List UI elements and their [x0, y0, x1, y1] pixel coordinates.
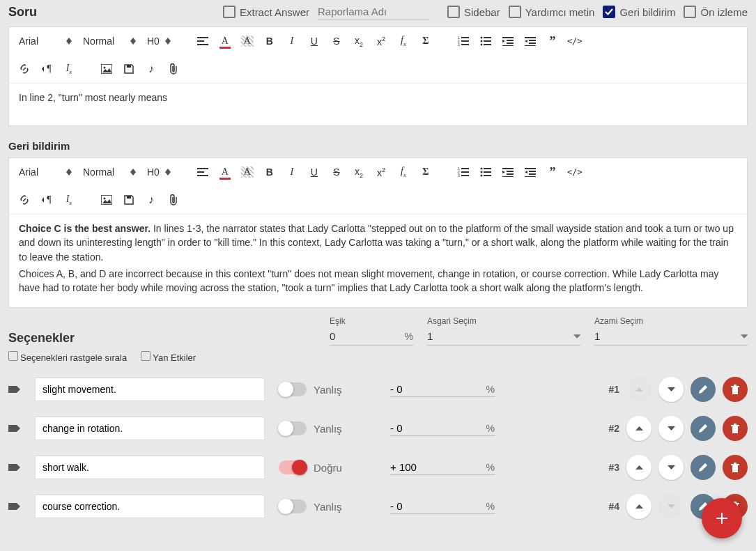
music-button[interactable]: ♪	[141, 59, 161, 79]
attachment-button[interactable]	[164, 190, 183, 210]
superscript-button[interactable]: x2	[371, 162, 391, 182]
subscript-button[interactable]: x2	[349, 162, 369, 182]
move-down-button[interactable]	[658, 416, 684, 441]
bold-button[interactable]: B	[260, 162, 279, 182]
correct-toggle[interactable]	[279, 499, 307, 513]
image-button[interactable]	[97, 59, 116, 79]
strike-button[interactable]: S	[327, 162, 346, 182]
move-down-button[interactable]	[658, 377, 684, 402]
unordered-list-button[interactable]	[476, 31, 495, 51]
image-button[interactable]	[97, 190, 116, 210]
move-up-button[interactable]	[626, 455, 651, 480]
score-input[interactable]	[390, 383, 486, 395]
checkbox-icon	[141, 351, 151, 361]
heading-select[interactable]: H0	[143, 33, 175, 49]
sigma-button[interactable]: Σ	[416, 31, 435, 51]
option-row: Yanlış%#2	[0, 409, 756, 448]
score-input[interactable]	[390, 500, 486, 512]
correct-toggle[interactable]	[279, 421, 307, 435]
threshold-input[interactable]	[330, 330, 405, 342]
highlight-button[interactable]: A	[238, 31, 257, 51]
side-effects-checkbox[interactable]: Yan Etkiler	[141, 351, 196, 363]
formula-button[interactable]: fx	[394, 31, 413, 51]
tag-icon[interactable]	[8, 385, 21, 394]
indent-button[interactable]	[520, 31, 540, 51]
subscript-button[interactable]: x2	[349, 31, 369, 51]
correct-toggle[interactable]	[279, 382, 307, 396]
sidebar-checkbox[interactable]: Sidebar	[447, 6, 500, 18]
outdent-button[interactable]	[498, 31, 518, 51]
edit-option-button[interactable]	[691, 377, 716, 402]
checkbox-checked-icon	[603, 6, 615, 18]
font-select[interactable]: Arial	[15, 33, 76, 49]
ordered-list-button[interactable]: 123	[454, 31, 473, 51]
tag-icon[interactable]	[8, 463, 21, 472]
paragraph-button[interactable]: ¶	[37, 59, 56, 79]
quote-button[interactable]: ”	[543, 162, 562, 182]
edit-option-button[interactable]	[691, 455, 716, 480]
score-input[interactable]	[390, 422, 486, 434]
option-text-input[interactable]	[35, 456, 265, 479]
underline-button[interactable]: U	[304, 31, 324, 51]
reporting-name-input[interactable]	[318, 4, 429, 20]
score-input[interactable]	[390, 461, 486, 473]
underline-button[interactable]: U	[304, 162, 324, 182]
align-button[interactable]	[193, 31, 213, 51]
formula-button[interactable]: fx	[394, 162, 413, 182]
text-color-button[interactable]: A	[215, 162, 235, 182]
correct-toggle[interactable]	[279, 460, 307, 474]
tag-icon[interactable]	[8, 502, 21, 511]
indent-button[interactable]	[520, 162, 540, 182]
chevron-down-icon	[573, 334, 580, 339]
outdent-button[interactable]	[498, 162, 518, 182]
italic-button[interactable]: I	[282, 162, 302, 182]
preview-checkbox[interactable]: Ön izleme	[684, 6, 748, 18]
highlight-button[interactable]: A	[238, 162, 257, 182]
max-select-dropdown[interactable]: 1	[594, 327, 748, 346]
feedback-checkbox[interactable]: Geri bildirim	[603, 6, 675, 18]
code-button[interactable]: </>	[565, 31, 585, 51]
strike-button[interactable]: S	[327, 31, 346, 51]
extract-answer-checkbox[interactable]: Extract Answer	[223, 6, 309, 18]
save-button[interactable]	[119, 190, 139, 210]
randomize-options-checkbox[interactable]: Seçenekleri rastgele sırala	[8, 351, 127, 363]
bold-button[interactable]: B	[260, 31, 279, 51]
paragraph-button[interactable]: ¶	[37, 190, 56, 210]
move-down-button[interactable]	[658, 455, 684, 480]
save-button[interactable]	[119, 59, 139, 79]
option-text-input[interactable]	[35, 417, 265, 440]
feedback-body[interactable]: Choice C is the best answer. In lines 1-…	[9, 215, 747, 307]
option-text-input[interactable]	[35, 378, 265, 401]
align-button[interactable]	[193, 162, 213, 182]
heading-select[interactable]: H0	[143, 164, 175, 180]
music-button[interactable]: ♪	[141, 190, 161, 210]
clear-format-button[interactable]: Ix	[59, 190, 79, 210]
link-button[interactable]	[15, 190, 34, 210]
weight-select[interactable]: Normal	[79, 164, 140, 180]
option-text-input[interactable]	[35, 495, 265, 518]
toggle-label: Yanlış	[314, 384, 342, 396]
delete-option-button[interactable]	[723, 416, 748, 441]
clear-format-button[interactable]: Ix	[59, 59, 79, 79]
tag-icon[interactable]	[8, 424, 21, 433]
attachment-button[interactable]	[164, 59, 183, 79]
move-up-button[interactable]	[626, 416, 651, 441]
italic-button[interactable]: I	[282, 31, 302, 51]
edit-option-button[interactable]	[691, 416, 716, 441]
ordered-list-button[interactable]: 123	[454, 162, 473, 182]
delete-option-button[interactable]	[723, 377, 748, 402]
move-up-button[interactable]	[626, 494, 651, 519]
superscript-button[interactable]: x2	[371, 31, 391, 51]
delete-option-button[interactable]	[723, 455, 748, 480]
font-select[interactable]: Arial	[15, 164, 76, 180]
question-body[interactable]: In line 2, "turn" most nearly means	[9, 84, 747, 125]
weight-select[interactable]: Normal	[79, 33, 140, 49]
text-color-button[interactable]: A	[215, 31, 235, 51]
unordered-list-button[interactable]	[476, 162, 495, 182]
quote-button[interactable]: ”	[543, 31, 562, 51]
min-select-dropdown[interactable]: 1	[427, 327, 580, 346]
link-button[interactable]	[15, 59, 34, 79]
code-button[interactable]: </>	[565, 162, 585, 182]
helper-text-checkbox[interactable]: Yardımcı metin	[509, 6, 595, 18]
sigma-button[interactable]: Σ	[416, 162, 435, 182]
